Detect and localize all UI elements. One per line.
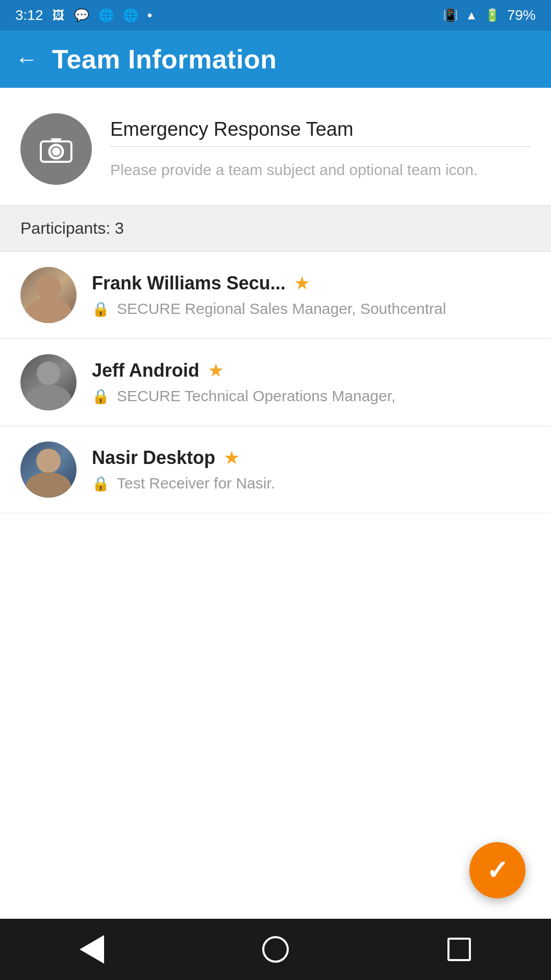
bottom-nav [0,919,551,980]
back-nav-icon [80,935,104,964]
participant-name-row: Jeff Android ★ [92,360,531,381]
battery-icon: 🔋 [485,8,500,22]
lock-icon: 🔒 [92,301,110,317]
recents-nav-button[interactable] [439,929,480,970]
svg-point-2 [52,148,60,156]
participant-name-row: Nasir Desktop ★ [92,447,531,469]
participant-role: SECURE Regional Sales Manager, Southcent… [117,300,446,317]
participant-role-row: 🔒 SECURE Technical Operations Manager, [92,387,531,405]
avatar [20,354,77,410]
status-time: 3:12 [15,7,43,23]
home-nav-icon [262,936,289,963]
home-nav-button[interactable] [255,929,296,970]
lock-icon: 🔒 [92,475,110,492]
star-icon: ★ [208,361,224,380]
participant-role-row: 🔒 Test Receiver for Nasir. [92,475,531,492]
avatar [20,442,77,498]
app-bar: ← Team Information [0,31,551,88]
participant-info: Nasir Desktop ★ 🔒 Test Receiver for Nasi… [92,447,531,492]
vibrate-icon: 📳 [443,8,458,22]
confirm-fab-button[interactable]: ✓ [469,842,525,898]
globe1-icon: 🌐 [98,8,114,22]
list-item[interactable]: Jeff Android ★ 🔒 SECURE Technical Operat… [0,339,551,426]
team-hint: Please provide a team subject and option… [110,159,531,181]
list-item[interactable]: Nasir Desktop ★ 🔒 Test Receiver for Nasi… [0,426,551,513]
team-name-input[interactable] [110,118,531,147]
team-avatar[interactable] [20,113,92,185]
status-left: 3:12 🖼 💬 🌐 🌐 • [15,7,152,23]
participants-label: Participants: 3 [20,219,124,237]
participant-role: SECURE Technical Operations Manager, [117,387,395,405]
participant-name: Nasir Desktop [92,447,215,469]
lock-icon: 🔒 [92,388,110,405]
participants-header: Participants: 3 [0,205,551,252]
back-button[interactable]: ← [15,48,38,70]
camera-icon [38,134,74,164]
recents-nav-icon [447,938,471,961]
participant-role-row: 🔒 SECURE Regional Sales Manager, Southce… [92,300,531,317]
globe2-icon: 🌐 [123,8,138,22]
participant-name: Jeff Android [92,360,199,381]
wifi-icon: ▲ [465,8,478,22]
avatar [20,267,77,323]
team-info-text: Please provide a team subject and option… [110,113,531,181]
status-bar: 3:12 🖼 💬 🌐 🌐 • 📳 ▲ 🔋 79% [0,0,551,31]
participant-list: Frank Williams Secu... ★ 🔒 SECURE Region… [0,252,551,513]
participant-info: Frank Williams Secu... ★ 🔒 SECURE Region… [92,273,531,317]
star-icon: ★ [223,449,240,467]
dot-icon: • [147,7,153,23]
participant-name-row: Frank Williams Secu... ★ [92,273,531,294]
back-nav-button[interactable] [71,929,112,970]
participant-info: Jeff Android ★ 🔒 SECURE Technical Operat… [92,360,531,405]
checkmark-icon: ✓ [486,855,509,886]
battery-percent: 79% [507,7,536,23]
participant-name: Frank Williams Secu... [92,273,286,294]
team-info-section: Please provide a team subject and option… [0,88,551,205]
status-right: 📳 ▲ 🔋 79% [443,7,536,23]
star-icon: ★ [294,274,310,292]
photo-icon: 🖼 [53,8,65,22]
list-item[interactable]: Frank Williams Secu... ★ 🔒 SECURE Region… [0,252,551,339]
participant-role: Test Receiver for Nasir. [117,475,275,492]
whatsapp-icon: 💬 [74,8,89,22]
page-title: Team Information [52,44,277,75]
